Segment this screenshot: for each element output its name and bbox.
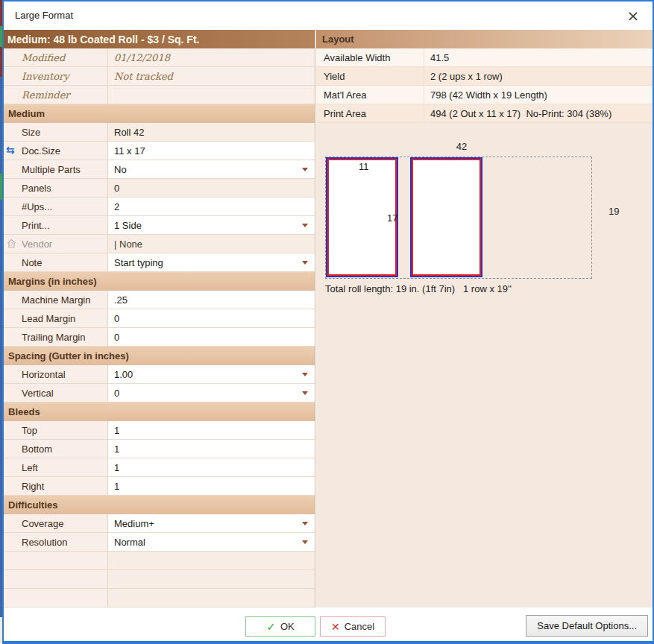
row-reminder: Reminder [4, 86, 315, 104]
dropdown-arrow-icon[interactable] [302, 391, 308, 395]
machine-margin-field[interactable]: .25 [108, 291, 315, 309]
multiple-parts-label: Multiple Parts [4, 160, 108, 178]
size-label: Size [4, 123, 108, 141]
close-icon[interactable]: × [623, 6, 643, 25]
section-spacing: Spacing (Gutter in inches) [4, 347, 315, 365]
sheet-2 [410, 157, 482, 277]
ups-field[interactable]: 2 [108, 198, 315, 215]
row-panels: Panels 0 [4, 179, 315, 198]
bleed-right-field[interactable]: 1 [108, 477, 315, 495]
ok-button[interactable]: ✓ OK [245, 616, 315, 637]
row-print: Print... 1 Side [4, 216, 315, 235]
resolution-label: Resolution [4, 533, 108, 551]
row-bleed-left: Left 1 [4, 458, 315, 477]
resolution-dropdown[interactable]: Normal [108, 533, 315, 551]
dropdown-arrow-icon[interactable] [302, 373, 308, 376]
row-bleed-top: Top 1 [4, 421, 315, 440]
coverage-dropdown[interactable]: Medium+ [108, 514, 315, 532]
vertical-spacing-dropdown[interactable]: 0 [108, 384, 315, 402]
inventory-label: Inventory [4, 67, 108, 85]
yield-label: Yield [316, 67, 424, 85]
modified-value: 01/12/2018 [108, 48, 315, 66]
trailing-margin-label: Trailing Margin [4, 328, 108, 346]
dropdown-arrow-icon[interactable] [302, 261, 308, 265]
bleed-left-field[interactable]: 1 [108, 458, 315, 476]
svg-text:?: ? [10, 242, 13, 247]
lead-margin-field[interactable]: 0 [108, 309, 315, 327]
row-lead-margin: Lead Margin 0 [4, 309, 315, 328]
size-value: Roll 42 [108, 123, 315, 141]
bleed-left-label: Left [4, 458, 108, 476]
horizontal-spacing-label: Horizontal [4, 365, 108, 383]
save-default-options-label: Save Default Options... [537, 620, 637, 631]
bleed-top-field[interactable]: 1 [108, 421, 315, 439]
row-doc-size: ⇆ Doc.Size 11 x 17 [4, 142, 315, 160]
vendor-label: Vendor [22, 239, 52, 250]
dropdown-arrow-icon[interactable] [302, 224, 308, 227]
layout-header: Layout [316, 30, 653, 48]
dropdown-arrow-icon[interactable] [302, 522, 308, 525]
inventory-value: Not tracked [108, 67, 315, 85]
vendor-home-icon: ? [7, 239, 16, 250]
save-default-options-button[interactable]: Save Default Options... [526, 615, 648, 637]
available-width-value: 41.5 [424, 48, 653, 66]
cancel-button[interactable]: ✕ Cancel [320, 616, 386, 637]
reminder-label: Reminder [4, 86, 108, 104]
note-dropdown[interactable]: Start typing [108, 253, 315, 271]
cancel-button-label: Cancel [345, 621, 374, 632]
print-label: Print... [4, 216, 108, 234]
check-icon: ✓ [266, 620, 276, 634]
x-icon: ✕ [331, 621, 340, 633]
yield-value: 2 (2 ups x 1 row) [424, 67, 653, 85]
row-available-width: Available Width 41.5 [316, 48, 653, 67]
vendor-value: | None [108, 235, 315, 253]
bleed-bottom-field[interactable]: 1 [108, 440, 315, 458]
reminder-value [108, 86, 315, 104]
row-vendor: ? Vendor | None [4, 235, 315, 253]
row-vertical-spacing: Vertical 0 [4, 384, 315, 402]
modified-label: Modified [4, 48, 108, 66]
ups-label: #Ups... [4, 198, 108, 215]
section-bleeds: Bleeds [4, 402, 315, 421]
print-area-value: 494 (2 Out x 11 x 17) No-Print: 304 (38%… [424, 104, 653, 122]
note-label: Note [4, 253, 108, 271]
empty-row [4, 552, 315, 570]
trailing-margin-field[interactable]: 0 [108, 328, 315, 346]
section-medium: Medium [4, 104, 315, 123]
empty-row [4, 570, 315, 589]
dropdown-arrow-icon[interactable] [302, 168, 308, 171]
dialog-title: Large Format [15, 10, 73, 21]
row-multiple-parts: Multiple Parts No [4, 160, 315, 179]
dialog-footer: ✓ OK ✕ Cancel Save Default Options... [4, 607, 653, 641]
row-bleed-bottom: Bottom 1 [4, 440, 315, 458]
dropdown-arrow-icon[interactable] [302, 540, 308, 544]
lead-margin-label: Lead Margin [4, 309, 108, 327]
total-roll-length-text: Total roll length: 19 in. (1ft 7in) 1 ro… [325, 283, 512, 294]
row-bleed-right: Right 1 [4, 477, 315, 496]
print-dropdown[interactable]: 1 Side [108, 216, 315, 234]
machine-margin-label: Machine Margin [4, 291, 108, 309]
row-yield: Yield 2 (2 ups x 1 row) [316, 67, 653, 86]
panels-label: Panels [4, 179, 108, 197]
row-machine-margin: Machine Margin .25 [4, 291, 315, 309]
row-horizontal-spacing: Horizontal 1.00 [4, 365, 315, 384]
section-margins: Margins (in inches) [4, 272, 315, 291]
large-format-dialog: Large Format × Medium: 48 lb Coated Roll… [2, 0, 654, 644]
titlebar[interactable]: Large Format × [4, 1, 653, 30]
panels-value: 0 [108, 179, 315, 197]
print-area-label: Print Area [316, 104, 424, 122]
vertical-spacing-label: Vertical [4, 384, 108, 402]
row-resolution: Resolution Normal [4, 533, 315, 552]
sheet-width-dimension: 11 [359, 161, 369, 172]
roll-width-dimension: 42 [447, 141, 477, 152]
sheet-height-dimension: 17 [387, 212, 397, 224]
doc-size-sync-icon: ⇆ [6, 144, 15, 156]
empty-row [4, 589, 315, 607]
doc-size-field[interactable]: 11 x 17 [108, 142, 315, 160]
row-matl-area: Mat'l Area 798 (42 Width x 19 Length) [316, 86, 653, 104]
multiple-parts-dropdown[interactable]: No [108, 160, 315, 178]
coverage-label: Coverage [4, 514, 108, 532]
horizontal-spacing-dropdown[interactable]: 1.00 [108, 365, 315, 383]
row-inventory: Inventory Not tracked [4, 67, 315, 86]
layout-panel: Layout Available Width 41.5 Yield 2 (2 u… [316, 30, 653, 607]
